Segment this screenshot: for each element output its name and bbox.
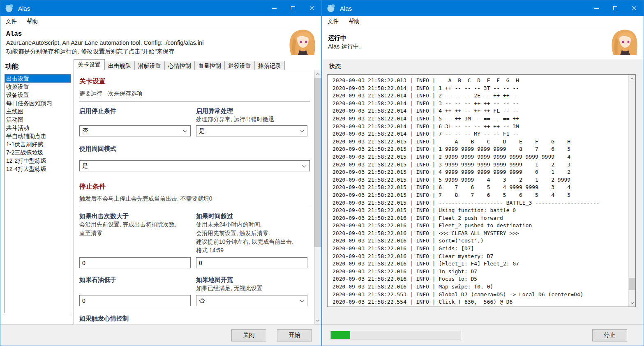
titlebar: Alas [322, 0, 644, 16]
run-status-desc: Alas 运行中。 [328, 42, 644, 51]
sidebar-item[interactable]: 主线图 [5, 107, 71, 115]
close-settings-button[interactable]: 关闭 [231, 329, 266, 341]
log-line: 2020-09-03 21:58:22.016 | INFO | Map swi… [332, 283, 628, 291]
scrollbar-thumb[interactable] [314, 78, 321, 247]
tab-5[interactable]: 退役设置 [225, 61, 255, 70]
enable-exception-select[interactable]: 是 [196, 125, 307, 136]
if-map-clear-value: 否 [199, 297, 205, 304]
log-line: 2020-09-03 21:58:22.553 | INFO | Global … [332, 291, 628, 299]
chevron-up-icon [630, 77, 633, 80]
function-listbox[interactable]: 出击设置收菜设置设备设置每日任务困难演习主线图活动图共斗活动半自动辅助点击1-1… [5, 74, 71, 313]
close-icon [631, 5, 637, 11]
log-line: 2020-09-03 21:58:22.016 | INFO | [Fleet_… [332, 260, 628, 268]
log-line: 2020-09-03 21:58:22.014 | INFO | 7 -- --… [332, 130, 628, 138]
minimize-button[interactable] [265, 0, 284, 16]
avatar [609, 29, 638, 55]
if-time-desc: 格式 14:59 [196, 246, 307, 255]
log-line: 2020-09-03 21:58:22.016 | INFO | Focus t… [332, 275, 628, 283]
settings-main: 功能 出击设置收菜设置设备设置每日任务困难演习主线图活动图共斗活动半自动辅助点击… [0, 59, 321, 324]
log-line: 2020-09-03 21:58:22.014 | INFO | 3 -- --… [332, 100, 628, 108]
chevron-down-icon [316, 318, 319, 321]
menu-item-help[interactable]: 帮助 [349, 18, 360, 25]
if-time-input[interactable] [196, 257, 307, 268]
if-count-desc: 会沿用先前设置, 完成出击将扣除次数, [79, 220, 191, 229]
scroll-up-button[interactable] [629, 75, 635, 82]
close-button[interactable] [625, 0, 644, 16]
log-panel: 2020-09-03 21:58:22.013 | INFO | A B C D… [327, 74, 636, 307]
settings-scrollbar[interactable] [314, 70, 321, 324]
menu-item-file[interactable]: 文件 [6, 18, 17, 25]
if-emotion-label: 如果触发心情控制 [79, 314, 310, 323]
chevron-down-icon [300, 128, 304, 132]
start-button[interactable]: 开始 [277, 329, 312, 341]
sidebar-item[interactable]: 1-1伏击刷好感 [5, 140, 71, 148]
sidebar-item[interactable]: 半自动辅助点击 [5, 132, 71, 140]
scroll-up-button[interactable] [314, 70, 321, 77]
scroll-down-button[interactable] [629, 300, 635, 307]
tab-0[interactable]: 关卡设置 [74, 59, 105, 70]
run-footer: 停止 [322, 324, 644, 346]
sidebar-item[interactable]: 共斗活动 [5, 124, 71, 132]
run-header: 运行中 Alas 运行中。 [322, 27, 644, 59]
section-title-stop: 停止条件 [79, 182, 310, 191]
tab-1[interactable]: 出击舰队 [105, 61, 135, 70]
if-map-clear-label: 如果地图开荒 [196, 276, 307, 284]
loop-mode-select[interactable]: 是 [79, 160, 310, 171]
scrollbar-thumb[interactable] [629, 278, 635, 290]
enable-stop-value: 否 [82, 127, 88, 135]
if-oil-input[interactable] [79, 295, 191, 306]
alas-app-icon [326, 3, 336, 13]
menu-item-help[interactable]: 帮助 [27, 18, 38, 25]
sidebar-item[interactable]: 12-2打中型练级 [5, 157, 71, 165]
section-title-stage: 关卡设置 [79, 77, 310, 85]
menu-item-file[interactable]: 文件 [328, 18, 339, 25]
section-desc-stage: 需要运行一次来保存选项 [79, 90, 310, 97]
alas-runner-window: Alas 文件帮助 运行中 Alas 运行中。 状态 2020-09-03 21… [322, 0, 644, 346]
if-time-desc: 建议提前10分钟左右, 以完成当前出击. [196, 238, 307, 246]
sidebar-item[interactable]: 设备设置 [5, 91, 71, 99]
log-line: 2020-09-03 21:58:22.016 | INFO | Clear m… [332, 253, 628, 261]
tab-4[interactable]: 血量控制 [195, 61, 225, 70]
log-line: 2020-09-03 21:58:22.015 | INFO | 4 9999 … [332, 168, 628, 176]
if-map-clear-select[interactable]: 否 [196, 295, 307, 306]
chevron-down-icon [183, 128, 187, 132]
log-scrollbar[interactable] [628, 75, 635, 307]
minimize-icon [594, 8, 599, 9]
sidebar-item[interactable]: 7-2三战拣垃圾 [5, 148, 71, 157]
log-line: 2020-09-03 21:58:22.014 | INFO | 4 ++ ++… [332, 107, 628, 115]
loop-mode-value: 是 [82, 162, 88, 170]
alas-app-icon [5, 3, 14, 13]
loop-mode-label: 使用周回模式 [79, 145, 310, 153]
enable-stop-select[interactable]: 否 [79, 125, 191, 136]
sidebar-item[interactable]: 出击设置 [5, 74, 71, 83]
log-line: 2020-09-03 21:58:22.554 | INFO | Click (… [332, 298, 628, 306]
maximize-button[interactable] [284, 0, 302, 16]
minimize-button[interactable] [587, 0, 606, 16]
log-line: 2020-09-03 21:58:22.016 | INFO | sort=('… [332, 237, 628, 245]
if-count-input[interactable] [79, 257, 191, 268]
if-time-label: 如果时间超过 [196, 212, 307, 220]
log-line: 2020-09-03 21:58:22.015 | INFO | Using f… [332, 207, 628, 215]
run-status-title: 运行中 [328, 30, 644, 42]
sidebar-item[interactable]: 12-4打大型练级 [5, 165, 71, 173]
tab-2[interactable]: 潜艇设置 [135, 61, 165, 70]
progress-fill [331, 331, 350, 339]
chevron-down-icon [630, 301, 633, 304]
scroll-down-button[interactable] [314, 317, 321, 324]
sidebar-item[interactable]: 每日任务困难演习 [5, 99, 71, 107]
log-line: 2020-09-03 21:58:22.016 | INFO | Fleet_2… [332, 222, 628, 230]
tab-3[interactable]: 心情控制 [165, 61, 195, 70]
maximize-button[interactable] [606, 0, 625, 16]
window-title: Alas [18, 5, 30, 12]
log-line: 2020-09-03 21:58:22.015 | INFO | 7 8 7 6… [332, 191, 628, 199]
sidebar-item[interactable]: 收菜设置 [5, 83, 71, 91]
run-progressbar [330, 331, 461, 339]
sidebar-item[interactable]: 活动图 [5, 115, 71, 124]
chevron-down-icon [302, 163, 307, 167]
log-line: 2020-09-03 21:58:22.014 | INFO | 1 ++ --… [332, 85, 628, 92]
tab-6[interactable]: 掉落记录 [255, 61, 285, 70]
log-line: 2020-09-03 21:58:22.016 | INFO | Grids: … [332, 245, 628, 253]
close-button[interactable] [302, 0, 321, 16]
stop-button[interactable]: 停止 [592, 329, 627, 341]
log-line: 2020-09-03 21:58:22.016 | INFO | In sigh… [332, 268, 628, 276]
